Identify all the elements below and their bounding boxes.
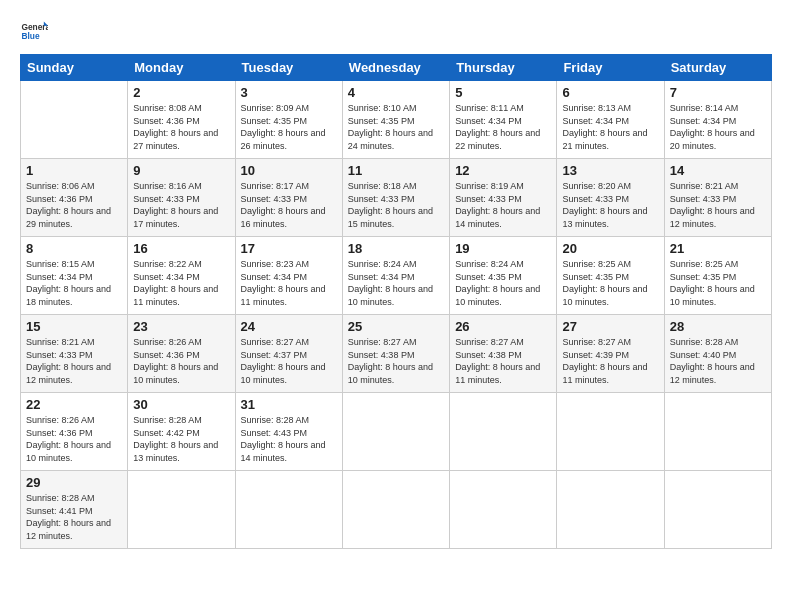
day-number: 3: [241, 85, 337, 100]
day-number: 23: [133, 319, 229, 334]
calendar-cell: [450, 393, 557, 471]
calendar-cell: [235, 471, 342, 549]
day-number: 27: [562, 319, 658, 334]
calendar-cell: 6 Sunrise: 8:13 AMSunset: 4:34 PMDayligh…: [557, 81, 664, 159]
weekday-header-saturday: Saturday: [664, 55, 771, 81]
day-number: 21: [670, 241, 766, 256]
logo: General Blue: [20, 16, 52, 44]
day-detail: Sunrise: 8:06 AMSunset: 4:36 PMDaylight:…: [26, 181, 111, 229]
calendar-cell: [450, 471, 557, 549]
calendar-cell: 21 Sunrise: 8:25 AMSunset: 4:35 PMDaylig…: [664, 237, 771, 315]
day-number: 2: [133, 85, 229, 100]
calendar-cell: [342, 471, 449, 549]
calendar-cell: 17 Sunrise: 8:23 AMSunset: 4:34 PMDaylig…: [235, 237, 342, 315]
calendar-cell: 31 Sunrise: 8:28 AMSunset: 4:43 PMDaylig…: [235, 393, 342, 471]
week-row-5: 22 Sunrise: 8:26 AMSunset: 4:36 PMDaylig…: [21, 393, 772, 471]
week-row-2: 1 Sunrise: 8:06 AMSunset: 4:36 PMDayligh…: [21, 159, 772, 237]
week-row-1: 2 Sunrise: 8:08 AMSunset: 4:36 PMDayligh…: [21, 81, 772, 159]
calendar-cell: [664, 393, 771, 471]
day-number: 11: [348, 163, 444, 178]
calendar-cell: 20 Sunrise: 8:25 AMSunset: 4:35 PMDaylig…: [557, 237, 664, 315]
day-detail: Sunrise: 8:18 AMSunset: 4:33 PMDaylight:…: [348, 181, 433, 229]
day-detail: Sunrise: 8:13 AMSunset: 4:34 PMDaylight:…: [562, 103, 647, 151]
day-number: 10: [241, 163, 337, 178]
day-detail: Sunrise: 8:27 AMSunset: 4:38 PMDaylight:…: [455, 337, 540, 385]
day-detail: Sunrise: 8:16 AMSunset: 4:33 PMDaylight:…: [133, 181, 218, 229]
calendar-cell: 5 Sunrise: 8:11 AMSunset: 4:34 PMDayligh…: [450, 81, 557, 159]
day-number: 5: [455, 85, 551, 100]
day-detail: Sunrise: 8:28 AMSunset: 4:42 PMDaylight:…: [133, 415, 218, 463]
day-detail: Sunrise: 8:25 AMSunset: 4:35 PMDaylight:…: [562, 259, 647, 307]
day-detail: Sunrise: 8:17 AMSunset: 4:33 PMDaylight:…: [241, 181, 326, 229]
week-row-3: 8 Sunrise: 8:15 AMSunset: 4:34 PMDayligh…: [21, 237, 772, 315]
calendar-table: SundayMondayTuesdayWednesdayThursdayFrid…: [20, 54, 772, 549]
day-number: 9: [133, 163, 229, 178]
weekday-header-wednesday: Wednesday: [342, 55, 449, 81]
day-detail: Sunrise: 8:24 AMSunset: 4:35 PMDaylight:…: [455, 259, 540, 307]
day-detail: Sunrise: 8:19 AMSunset: 4:33 PMDaylight:…: [455, 181, 540, 229]
calendar-cell: 7 Sunrise: 8:14 AMSunset: 4:34 PMDayligh…: [664, 81, 771, 159]
day-number: 7: [670, 85, 766, 100]
day-detail: Sunrise: 8:27 AMSunset: 4:38 PMDaylight:…: [348, 337, 433, 385]
weekday-header-row: SundayMondayTuesdayWednesdayThursdayFrid…: [21, 55, 772, 81]
calendar-cell: 23 Sunrise: 8:26 AMSunset: 4:36 PMDaylig…: [128, 315, 235, 393]
day-detail: Sunrise: 8:23 AMSunset: 4:34 PMDaylight:…: [241, 259, 326, 307]
day-number: 18: [348, 241, 444, 256]
day-detail: Sunrise: 8:27 AMSunset: 4:37 PMDaylight:…: [241, 337, 326, 385]
weekday-header-tuesday: Tuesday: [235, 55, 342, 81]
calendar-cell: 2 Sunrise: 8:08 AMSunset: 4:36 PMDayligh…: [128, 81, 235, 159]
calendar-cell: 11 Sunrise: 8:18 AMSunset: 4:33 PMDaylig…: [342, 159, 449, 237]
calendar-cell: [21, 81, 128, 159]
calendar-cell: [557, 471, 664, 549]
day-detail: Sunrise: 8:26 AMSunset: 4:36 PMDaylight:…: [26, 415, 111, 463]
day-detail: Sunrise: 8:24 AMSunset: 4:34 PMDaylight:…: [348, 259, 433, 307]
day-detail: Sunrise: 8:21 AMSunset: 4:33 PMDaylight:…: [670, 181, 755, 229]
calendar-cell: 4 Sunrise: 8:10 AMSunset: 4:35 PMDayligh…: [342, 81, 449, 159]
svg-text:Blue: Blue: [21, 31, 39, 41]
calendar-cell: 22 Sunrise: 8:26 AMSunset: 4:36 PMDaylig…: [21, 393, 128, 471]
day-number: 6: [562, 85, 658, 100]
calendar-cell: 18 Sunrise: 8:24 AMSunset: 4:34 PMDaylig…: [342, 237, 449, 315]
week-row-4: 15 Sunrise: 8:21 AMSunset: 4:33 PMDaylig…: [21, 315, 772, 393]
day-detail: Sunrise: 8:08 AMSunset: 4:36 PMDaylight:…: [133, 103, 218, 151]
week-row-6: 29 Sunrise: 8:28 AMSunset: 4:41 PMDaylig…: [21, 471, 772, 549]
day-number: 19: [455, 241, 551, 256]
calendar-cell: 12 Sunrise: 8:19 AMSunset: 4:33 PMDaylig…: [450, 159, 557, 237]
day-number: 8: [26, 241, 122, 256]
day-number: 14: [670, 163, 766, 178]
day-detail: Sunrise: 8:28 AMSunset: 4:43 PMDaylight:…: [241, 415, 326, 463]
weekday-header-friday: Friday: [557, 55, 664, 81]
day-number: 29: [26, 475, 122, 490]
calendar-cell: 1 Sunrise: 8:06 AMSunset: 4:36 PMDayligh…: [21, 159, 128, 237]
day-number: 22: [26, 397, 122, 412]
calendar-cell: 3 Sunrise: 8:09 AMSunset: 4:35 PMDayligh…: [235, 81, 342, 159]
day-detail: Sunrise: 8:25 AMSunset: 4:35 PMDaylight:…: [670, 259, 755, 307]
calendar-cell: 8 Sunrise: 8:15 AMSunset: 4:34 PMDayligh…: [21, 237, 128, 315]
day-detail: Sunrise: 8:22 AMSunset: 4:34 PMDaylight:…: [133, 259, 218, 307]
day-detail: Sunrise: 8:20 AMSunset: 4:33 PMDaylight:…: [562, 181, 647, 229]
day-number: 28: [670, 319, 766, 334]
day-number: 31: [241, 397, 337, 412]
day-number: 1: [26, 163, 122, 178]
calendar-cell: 29 Sunrise: 8:28 AMSunset: 4:41 PMDaylig…: [21, 471, 128, 549]
day-number: 26: [455, 319, 551, 334]
weekday-header-sunday: Sunday: [21, 55, 128, 81]
day-detail: Sunrise: 8:11 AMSunset: 4:34 PMDaylight:…: [455, 103, 540, 151]
day-detail: Sunrise: 8:28 AMSunset: 4:41 PMDaylight:…: [26, 493, 111, 541]
day-detail: Sunrise: 8:21 AMSunset: 4:33 PMDaylight:…: [26, 337, 111, 385]
calendar-cell: 24 Sunrise: 8:27 AMSunset: 4:37 PMDaylig…: [235, 315, 342, 393]
calendar-cell: 19 Sunrise: 8:24 AMSunset: 4:35 PMDaylig…: [450, 237, 557, 315]
calendar-cell: [342, 393, 449, 471]
day-detail: Sunrise: 8:27 AMSunset: 4:39 PMDaylight:…: [562, 337, 647, 385]
calendar-cell: 16 Sunrise: 8:22 AMSunset: 4:34 PMDaylig…: [128, 237, 235, 315]
weekday-header-monday: Monday: [128, 55, 235, 81]
calendar-cell: 14 Sunrise: 8:21 AMSunset: 4:33 PMDaylig…: [664, 159, 771, 237]
day-detail: Sunrise: 8:14 AMSunset: 4:34 PMDaylight:…: [670, 103, 755, 151]
day-detail: Sunrise: 8:26 AMSunset: 4:36 PMDaylight:…: [133, 337, 218, 385]
day-detail: Sunrise: 8:15 AMSunset: 4:34 PMDaylight:…: [26, 259, 111, 307]
calendar-cell: 26 Sunrise: 8:27 AMSunset: 4:38 PMDaylig…: [450, 315, 557, 393]
day-number: 25: [348, 319, 444, 334]
logo-icon: General Blue: [20, 16, 48, 44]
calendar-cell: 10 Sunrise: 8:17 AMSunset: 4:33 PMDaylig…: [235, 159, 342, 237]
day-number: 16: [133, 241, 229, 256]
